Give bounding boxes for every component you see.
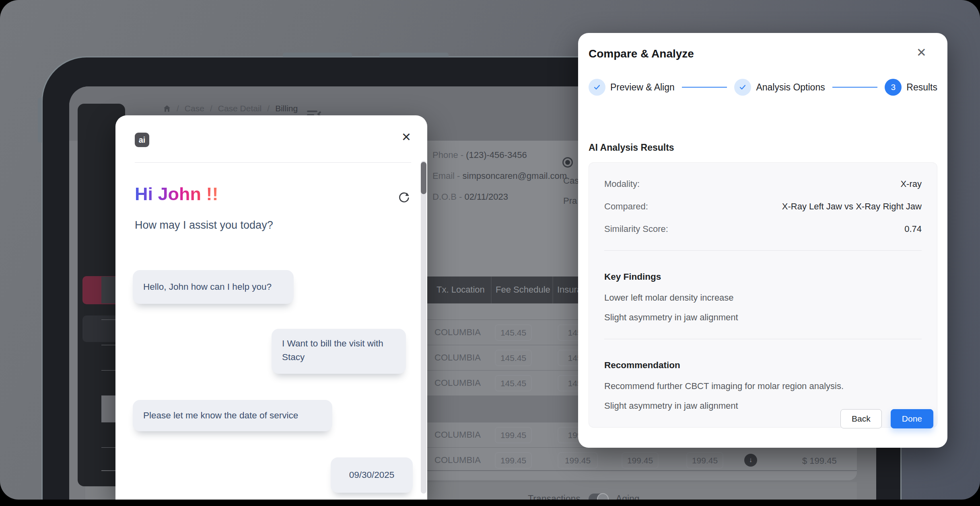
chat-scrollbar-thumb[interactable] bbox=[421, 162, 426, 194]
result-label: Modality: bbox=[604, 179, 640, 189]
tablet-top-button bbox=[379, 53, 449, 57]
step-results[interactable]: 3 Results bbox=[885, 79, 937, 96]
result-value: X-Ray Left Jaw vs X-Ray Right Jaw bbox=[782, 201, 922, 212]
key-finding: Slight asymmetry in jaw alignment bbox=[604, 312, 922, 323]
wizard-stepper: Preview & Align Analysis Options 3 Resul… bbox=[589, 78, 937, 96]
breadcrumb: / Case / Case Detail / Billing bbox=[163, 104, 298, 113]
key-findings-title: Key Findings bbox=[604, 272, 922, 282]
location-cell: COLUMBIA bbox=[434, 327, 481, 338]
back-button[interactable]: Back bbox=[840, 409, 882, 428]
step-number: 3 bbox=[885, 79, 902, 96]
breadcrumb-item-case-detail[interactable]: Case Detail bbox=[218, 104, 262, 113]
location-cell: COLUMBIA bbox=[434, 352, 481, 363]
step-check-icon bbox=[589, 79, 605, 96]
screenshot-root: / Case / Case Detail / Billing bbox=[0, 0, 980, 506]
dob-label: D.O.B - bbox=[432, 192, 464, 202]
result-row-modality: Modality: X-ray bbox=[604, 179, 922, 189]
done-button[interactable]: Done bbox=[891, 409, 933, 428]
insurance-input[interactable]: 199.45 bbox=[558, 452, 598, 469]
fee-input[interactable]: 199.45 bbox=[686, 452, 723, 469]
divider bbox=[604, 250, 922, 251]
phone-label: Phone - bbox=[432, 150, 466, 160]
breadcrumb-separator: / bbox=[267, 104, 270, 113]
chat-subtitle: How may I assist you today? bbox=[135, 219, 273, 231]
chat-divider bbox=[135, 162, 411, 163]
chat-message-user: 09/30/2025 bbox=[331, 457, 413, 493]
recommendation-item: Recommend further CBCT imaging for molar… bbox=[604, 381, 922, 391]
chat-message-user: I Want to bill the visit with Stacy bbox=[272, 329, 406, 374]
breadcrumb-separator: / bbox=[210, 104, 212, 113]
table-footer-controls: Transactions Aging bbox=[528, 494, 640, 500]
step-label: Results bbox=[906, 82, 937, 93]
radio-button[interactable] bbox=[562, 157, 573, 168]
key-finding: Lower left molar density increase bbox=[604, 293, 922, 303]
dob-value: 02/11/2023 bbox=[464, 192, 508, 202]
breadcrumb-item-case[interactable]: Case bbox=[185, 104, 204, 113]
toggle-knob bbox=[597, 493, 609, 500]
transactions-label: Transactions bbox=[528, 494, 581, 500]
compare-analyze-modal: Compare & Analyze ✕ Preview & Align Anal… bbox=[578, 33, 947, 448]
patient-email: Email - simpsoncaren@gmail.com bbox=[432, 171, 567, 181]
refresh-icon[interactable] bbox=[397, 190, 411, 205]
result-label: Compared: bbox=[604, 201, 648, 212]
step-analysis-options[interactable]: Analysis Options bbox=[734, 79, 825, 96]
patient-info: Phone - (123)-456-3456 Email - simpsonca… bbox=[432, 150, 567, 213]
chat-message-bot: Please let me know the date of service bbox=[133, 400, 332, 431]
aging-label: Aging bbox=[616, 494, 640, 500]
step-connector bbox=[682, 87, 727, 88]
breadcrumb-separator: / bbox=[177, 104, 179, 113]
ai-chat-modal: ai ✕ Hi John !! How may I assist you tod… bbox=[115, 115, 427, 500]
background-scene: / Case / Case Detail / Billing bbox=[0, 0, 980, 500]
step-label: Analysis Options bbox=[756, 82, 825, 93]
row-total: $ 199.45 bbox=[802, 456, 837, 466]
patient-dob: D.O.B - 02/11/2023 bbox=[432, 192, 567, 202]
result-label: Similarity Score: bbox=[604, 224, 668, 234]
result-row-compared: Compared: X-Ray Left Jaw vs X-Ray Right … bbox=[604, 201, 922, 212]
col-tx-location: Tx. Location bbox=[436, 285, 485, 295]
phone-value: (123)-456-3456 bbox=[466, 150, 527, 160]
email-value: simpsoncaren@gmail.com bbox=[463, 171, 567, 181]
analysis-results-card: Modality: X-ray Compared: X-Ray Left Jaw… bbox=[589, 162, 937, 428]
fee-input[interactable]: 145.45 bbox=[495, 350, 532, 366]
ai-logo: ai bbox=[135, 133, 149, 147]
row-action-icon[interactable]: ↓ bbox=[744, 454, 757, 467]
divider bbox=[604, 339, 922, 339]
email-label: Email - bbox=[432, 171, 463, 181]
modal-actions: Back Done bbox=[840, 409, 933, 428]
modal-close-icon[interactable]: ✕ bbox=[916, 47, 926, 59]
fee-input[interactable]: 199.45 bbox=[495, 427, 532, 443]
location-cell: COLUMBIA bbox=[434, 378, 481, 388]
fee-input[interactable]: 199.45 bbox=[622, 452, 659, 469]
location-cell: COLUMBIA bbox=[434, 455, 481, 465]
result-value: 0.74 bbox=[904, 224, 922, 234]
breadcrumb-item-billing: Billing bbox=[275, 104, 298, 113]
recommendation-title: Recommendation bbox=[604, 360, 922, 371]
home-icon[interactable] bbox=[163, 104, 171, 113]
result-row-similarity: Similarity Score: 0.74 bbox=[604, 224, 922, 234]
chat-close-icon[interactable]: ✕ bbox=[401, 131, 411, 143]
patient-phone: Phone - (123)-456-3456 bbox=[432, 150, 567, 160]
practice-label-partial: Pra bbox=[563, 196, 577, 206]
col-fee-schedule: Fee Schedule bbox=[496, 285, 550, 295]
transactions-aging-toggle[interactable] bbox=[589, 494, 608, 500]
chat-greeting: Hi John !! bbox=[135, 184, 218, 205]
result-value: X-ray bbox=[900, 179, 922, 189]
modal-title: Compare & Analyze bbox=[589, 47, 694, 60]
section-title: AI Analysis Results bbox=[589, 142, 674, 153]
location-cell: COLUMBIA bbox=[434, 430, 481, 440]
fee-input[interactable]: 145.45 bbox=[495, 375, 532, 391]
step-connector bbox=[832, 87, 878, 88]
fee-input[interactable]: 199.45 bbox=[495, 452, 532, 469]
chat-message-bot: Hello, John how can I help you? bbox=[133, 270, 294, 304]
tablet-side-button bbox=[38, 98, 42, 143]
case-label-partial: Cas bbox=[563, 176, 579, 186]
chat-scrollbar-track bbox=[421, 161, 426, 494]
step-label: Preview & Align bbox=[610, 82, 675, 93]
fee-input[interactable]: 145.45 bbox=[495, 324, 532, 341]
tablet-top-button bbox=[283, 53, 352, 57]
step-check-icon bbox=[734, 79, 751, 96]
step-preview-align[interactable]: Preview & Align bbox=[589, 79, 675, 96]
